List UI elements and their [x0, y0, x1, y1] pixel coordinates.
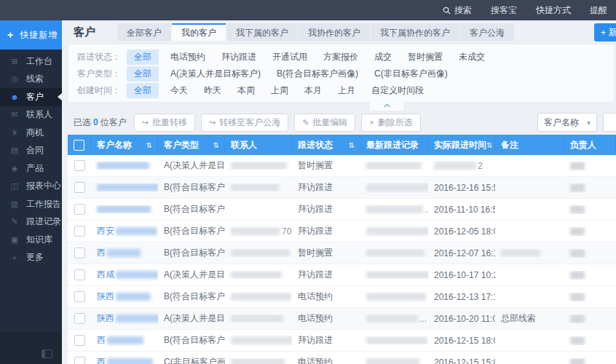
filter-option[interactable]: 成交: [374, 51, 392, 63]
sidebar-item-contacts[interactable]: ✉联系人: [0, 106, 62, 124]
customer-name-cell[interactable]: 西: [91, 334, 158, 347]
latest-record-cell: ...: [360, 292, 428, 302]
sort-icon[interactable]: ⇅: [486, 141, 492, 149]
redacted-contact: [231, 358, 285, 364]
table-row[interactable]: B(符合目标客户...拜访跟进...2016-12-16 15:56: [68, 177, 616, 199]
sidebar-item-customers[interactable]: ☻客户: [0, 88, 62, 106]
table-row[interactable]: B(符合目标客户...拜访跟进...2016-11-10 16:58: [68, 199, 616, 221]
table-row[interactable]: 西咸A(决策人并是目...拜访跟进2016-10-17 10:24: [68, 264, 616, 286]
filter-option[interactable]: C(非目标客户画像): [374, 68, 448, 80]
bulk-button-transfer-1[interactable]: ↪转移至客户公海: [201, 114, 288, 132]
row-checkbox[interactable]: [74, 182, 85, 193]
filter-option[interactable]: 方案报价: [323, 51, 358, 63]
sidebar-item-clue[interactable]: ◎线索: [0, 71, 62, 89]
tab-2[interactable]: 我的客户: [172, 23, 226, 41]
topbar-item-search[interactable]: 搜索: [443, 4, 472, 17]
filter-option[interactable]: A(决策人并是目标客户): [170, 68, 261, 80]
row-checkbox[interactable]: [74, 160, 85, 171]
sidebar-item-contract[interactable]: ▤合同: [0, 142, 62, 160]
filter-option[interactable]: 开通试用: [272, 51, 307, 63]
quick-add-button[interactable]: + 快捷新增: [0, 20, 62, 50]
filter-option[interactable]: 自定义时间段: [371, 84, 424, 97]
sidebar-item-more[interactable]: +更多: [0, 249, 62, 267]
customer-name-cell[interactable]: 西: [91, 356, 158, 364]
redacted-contact: [231, 314, 283, 323]
filter-option[interactable]: 本月: [304, 84, 322, 97]
tab-1[interactable]: 全部客户: [117, 23, 171, 41]
topbar-item-2[interactable]: 快捷方式: [536, 4, 571, 17]
sort-icon[interactable]: ⇅: [146, 141, 152, 149]
filter-option[interactable]: 拜访跟进: [221, 51, 256, 63]
select-all-checkbox[interactable]: [74, 140, 84, 151]
bulk-button-transfer-0[interactable]: ↪批量转移: [134, 114, 195, 132]
row-checkbox[interactable]: [74, 204, 85, 215]
sidebar-item-label: 报表中心: [26, 180, 61, 192]
row-checkbox[interactable]: [74, 269, 85, 280]
filter-option[interactable]: B(符合目标客户画像): [277, 68, 358, 80]
customer-name-cell[interactable]: 西安: [91, 225, 158, 237]
tab-6[interactable]: 客户公海: [460, 23, 514, 41]
follow-status-cell: 暂时搁置: [292, 159, 360, 172]
sort-icon[interactable]: ⇅: [213, 141, 219, 149]
bulk-button-edit-2[interactable]: ✎批量编辑: [294, 114, 355, 132]
sidebar-item-follow-record[interactable]: ✎跟进记录: [0, 213, 62, 232]
filter-option[interactable]: 电话预约: [170, 51, 205, 63]
search-input[interactable]: [603, 113, 616, 132]
follow-status-cell: 电话预约: [292, 312, 360, 325]
table-row[interactable]: 西安B(符合目标客户...70...拜访跟进...2016-12-05 18:0…: [68, 221, 616, 242]
customer-name-cell[interactable]: [91, 183, 158, 191]
search-field-dropdown[interactable]: 客户名称 ▾: [537, 113, 597, 132]
filter-option[interactable]: 昨天: [204, 84, 221, 97]
row-checkbox[interactable]: [74, 248, 85, 258]
tab-3[interactable]: 我下属的客户: [226, 23, 298, 41]
filter-option[interactable]: 今天: [170, 84, 188, 97]
customer-name-cell[interactable]: 西: [91, 247, 158, 259]
table-row[interactable]: 西B(符合目标客户...暂时搁置2016-12-07 16:10: [68, 242, 616, 264]
topbar-item-3[interactable]: 提醒: [590, 4, 607, 17]
follow-time-cell: 2016-12-15 18:08: [428, 336, 495, 346]
opportunity-icon: ¥: [9, 128, 20, 137]
table-row[interactable]: 陕西A(决策人并是目...电话预约...2016-10-20 11:06总部线索: [68, 308, 616, 330]
sidebar-item-dashboard[interactable]: ⊞工作台: [0, 52, 62, 71]
row-checkbox[interactable]: [74, 335, 85, 346]
filter-option[interactable]: 上月: [338, 84, 355, 97]
filter-option-selected[interactable]: 全部: [127, 66, 159, 82]
sidebar-item-opportunity[interactable]: ¥商机: [0, 124, 62, 142]
filter-option[interactable]: 上周: [271, 84, 288, 97]
row-checkbox[interactable]: [74, 313, 85, 324]
sidebar-item-product[interactable]: ◈产品: [0, 159, 62, 178]
customer-name-cell[interactable]: 陕西: [91, 312, 158, 325]
filter-option[interactable]: 本周: [237, 84, 255, 97]
row-checkbox[interactable]: [74, 291, 85, 302]
tab-5[interactable]: 我下属协作的客户: [371, 23, 459, 41]
customer-tabs: 全部客户我的客户我下属的客户我协作的客户我下属协作的客户客户公海: [117, 23, 515, 41]
sidebar-item-work-report[interactable]: ▥工作报告: [0, 195, 62, 213]
redacted-contact: [231, 183, 279, 191]
row-checkbox[interactable]: [74, 357, 85, 364]
customer-name-cell[interactable]: 西咸: [91, 269, 158, 281]
edit-icon: ✎: [302, 118, 309, 127]
filter-option-selected[interactable]: 全部: [127, 83, 159, 98]
add-customer-button[interactable]: + 新增: [594, 23, 616, 41]
plus-icon: +: [7, 29, 13, 41]
bulk-button-label: 转移至客户公海: [219, 116, 280, 129]
sidebar-collapse-icon[interactable]: [42, 349, 52, 358]
customer-name-cell[interactable]: [91, 205, 158, 213]
sort-icon[interactable]: ⇅: [349, 141, 355, 149]
row-checkbox-cell: [68, 313, 91, 324]
table-row[interactable]: A(决策人并是目...暂时搁置2: [68, 155, 616, 177]
customer-name-cell[interactable]: [91, 162, 158, 170]
bulk-button-delete-3[interactable]: ×删除所选: [361, 114, 420, 132]
filter-option-selected[interactable]: 全部: [127, 50, 159, 65]
filter-option[interactable]: 未成交: [459, 51, 485, 63]
table-row[interactable]: 西C(非目标客户画...电话预约...2016-12-15 15:08: [68, 352, 616, 364]
filter-option[interactable]: 暂时搁置: [408, 51, 443, 63]
sidebar-item-reports[interactable]: ◫报表中心: [0, 178, 62, 196]
row-checkbox[interactable]: [74, 226, 85, 237]
sidebar-item-knowledge[interactable]: ▣知识库: [0, 231, 62, 249]
tab-4[interactable]: 我协作的客户: [299, 23, 370, 41]
table-row[interactable]: 陕西B(符合目标客户......电话预约...2016-12-13 17:14: [68, 286, 616, 308]
customer-name-cell[interactable]: 陕西: [91, 290, 158, 303]
topbar-item-1[interactable]: 搜客宝: [491, 4, 517, 17]
table-row[interactable]: 西B(符合目标客户......拜访跟进2016-12-15 18:08: [68, 330, 616, 352]
